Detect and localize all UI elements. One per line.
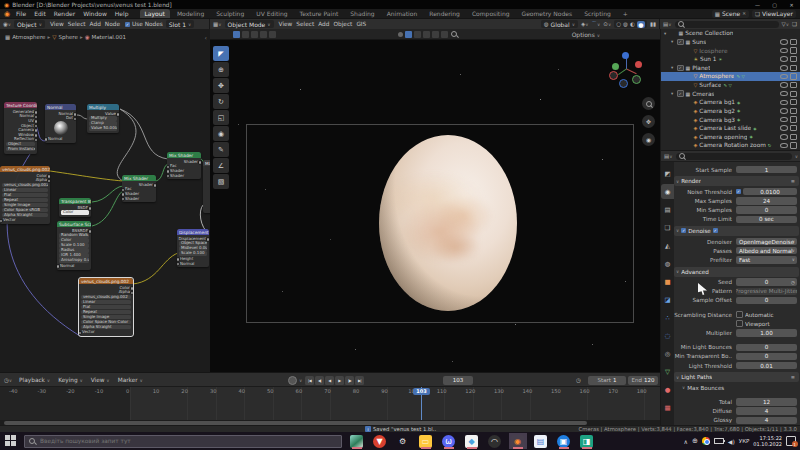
- node-widget[interactable]: IOR 1.400: [59, 253, 89, 257]
- outliner-row[interactable]: ▾ ✓ ◈ Camera bg1 ◈: [661, 98, 800, 107]
- workspace-tab[interactable]: Compositing: [467, 9, 515, 18]
- chevron-up-icon[interactable]: ∧: [684, 438, 688, 445]
- checkbox[interactable]: ✓: [713, 228, 718, 233]
- node-input-socket[interactable]: Vector: [0, 218, 50, 223]
- outliner-row[interactable]: ▾ ✓ ▽ Icosphere: [661, 46, 800, 55]
- properties-row[interactable]: ∨ ✓ Max Samples ✓ 24 ∨ ◷ ≡: [674, 196, 800, 205]
- toggle-icon[interactable]: [414, 31, 421, 38]
- hide-in-viewport-icon[interactable]: [780, 39, 788, 45]
- disable-in-renders-icon[interactable]: [790, 47, 798, 53]
- pause-render-button[interactable]: ▮▮: [650, 21, 656, 27]
- proportional-editing-icon[interactable]: ⊙∨: [603, 21, 611, 27]
- node-output-socket[interactable]: Displacement: [177, 236, 209, 241]
- properties-row[interactable]: ∨ ✓ Max Bounces ✓ ∨ ◷ ≡: [674, 383, 800, 392]
- editor-type-icon[interactable]: ◉∨: [3, 21, 11, 27]
- start-frame-field[interactable]: Start1: [588, 376, 626, 385]
- viewport-3d[interactable]: Options ∨ ◤⊕✥↻◱◉✎∠▧ ✥ ◉: [210, 29, 660, 372]
- tool-add-cube[interactable]: ▧: [213, 174, 229, 189]
- topbar-menu[interactable]: Help: [111, 10, 133, 17]
- workspace-tab[interactable]: Rendering: [424, 9, 465, 18]
- axis-z-negative-icon[interactable]: [619, 79, 628, 88]
- animate-property-icon[interactable]: ◷: [791, 280, 795, 285]
- battery-icon[interactable]: [714, 438, 724, 445]
- node-widget[interactable]: Repeat: [81, 310, 131, 314]
- toggle-icon[interactable]: [405, 31, 412, 38]
- topbar-menu[interactable]: File: [12, 10, 30, 17]
- use-nodes-toggle[interactable]: ✓ Use Nodes: [125, 21, 163, 27]
- node-output-socket[interactable]: BSSRDF: [57, 228, 91, 233]
- workspace-tab[interactable]: Texture Paint: [295, 9, 344, 18]
- disable-in-renders-icon[interactable]: [790, 108, 798, 114]
- property-value-field[interactable]: 1 ∨ ◷: [736, 166, 797, 173]
- tab-view-layer[interactable]: ❏: [661, 220, 674, 235]
- node-normal[interactable]: Normal NormalDot Normal: [45, 104, 76, 143]
- toggle-icon[interactable]: [441, 31, 448, 38]
- workspace-tab[interactable]: Shading: [345, 9, 379, 18]
- hide-in-viewport-icon[interactable]: [780, 125, 788, 131]
- play-button[interactable]: ▶: [335, 376, 344, 385]
- outliner-row[interactable]: ▾ ✓ ◈ Camera bg2 ◈: [661, 107, 800, 116]
- property-value-field[interactable]: 1.00 ∨ ◷: [736, 329, 797, 336]
- tab-material[interactable]: ●: [661, 382, 674, 397]
- workspace-tab[interactable]: Modeling: [172, 9, 209, 18]
- minimize-button[interactable]: —: [749, 0, 766, 9]
- node-widget[interactable]: Alpha Straight: [81, 325, 131, 329]
- node-mix-shader[interactable]: Mix Shader Shader FacShaderShader: [122, 175, 156, 202]
- end-frame-field[interactable]: End120: [628, 376, 658, 385]
- select-mode-icon[interactable]: [251, 31, 258, 38]
- outliner-display-dropdown[interactable]: ▤∨: [663, 21, 672, 27]
- node-widget[interactable]: venus_clouds.png.002: [81, 295, 131, 299]
- search-icon[interactable]: [451, 31, 457, 37]
- node-widget[interactable]: Repeat: [2, 198, 48, 202]
- properties-row[interactable]: ∨ ✓ Prefilter ✓ Fast ∨ ◷ ≡: [674, 255, 800, 264]
- pivot-point-dropdown[interactable]: ◈∨: [581, 21, 589, 27]
- maximize-button[interactable]: ▢: [766, 0, 783, 9]
- normal-sphere-widget[interactable]: [54, 121, 68, 135]
- tool-annotate[interactable]: ✎: [213, 142, 229, 157]
- viewport-menu[interactable]: View: [277, 21, 295, 27]
- zoom-icon[interactable]: [642, 97, 655, 110]
- property-value-field[interactable]: OpenImageDenoise ∨ ◷: [736, 238, 797, 245]
- hide-in-viewport-icon[interactable]: [780, 74, 788, 80]
- close-button[interactable]: ✕: [783, 0, 800, 9]
- properties-row[interactable]: ∨ ✓ Min Transparent Bo.. ✓ 0 ∨ ◷ ≡: [674, 352, 800, 361]
- app-settings[interactable]: ⚙: [394, 433, 412, 449]
- outliner-row[interactable]: ▾ ✓ ▦ Scene Collection: [661, 29, 800, 38]
- properties-row[interactable]: ∨ ✓ ✓ Viewport ∨ ◷ ≡: [674, 319, 800, 328]
- node-widget[interactable]: Random Walk: [59, 233, 89, 237]
- node-subsurface-scattering[interactable]: Subsurface Scattering BSSRDF Random Walk…: [57, 221, 91, 270]
- camera-view-icon[interactable]: ◉: [642, 133, 655, 146]
- node-widget[interactable]: Color: [59, 238, 89, 242]
- node-widget[interactable]: Scale 0.100: [59, 243, 89, 247]
- toggle-icon[interactable]: [398, 32, 403, 37]
- node-widget[interactable]: Single Image: [2, 203, 48, 207]
- editor-type-icon[interactable]: ▦∨: [213, 21, 222, 27]
- app-file-explorer[interactable]: ▭: [417, 433, 435, 449]
- app-pictures[interactable]: ◨: [578, 433, 596, 449]
- mode-dropdown[interactable]: Object Mode∨: [225, 20, 274, 28]
- auto-keying-icon[interactable]: [288, 376, 297, 385]
- app-photos[interactable]: ▣: [555, 433, 573, 449]
- node-widget[interactable]: Clamp: [89, 121, 117, 125]
- property-value-field[interactable]: Viewport ∨ ◷: [745, 320, 797, 327]
- section-menu-icon[interactable]: ≡: [791, 374, 795, 380]
- tool-transform[interactable]: ◉: [213, 126, 229, 141]
- expand-arrow-icon[interactable]: ▾: [671, 91, 675, 96]
- tab-render[interactable]: ◉: [661, 184, 674, 199]
- property-value-field[interactable]: Fast ∨ ◷: [736, 256, 797, 263]
- properties-row[interactable]: ∨ ✓ Pattern ✓ Progressive Multi-Jitter ∨…: [674, 287, 800, 296]
- collection-checkbox[interactable]: ✓: [677, 65, 684, 72]
- jump-to-end-button[interactable]: ▶|: [355, 376, 364, 385]
- workspace-tab[interactable]: UV Editing: [251, 9, 292, 18]
- workspace-tab[interactable]: Layout: [140, 9, 170, 18]
- hide-in-viewport-icon[interactable]: [780, 117, 788, 123]
- outliner-row[interactable]: ▾ ✓ ▽ Atmosphere ✎ ▽: [661, 72, 800, 81]
- property-value-field[interactable]: 0 ∨ ◷: [736, 344, 797, 351]
- app-document[interactable]: ▤: [532, 433, 550, 449]
- shader-menu[interactable]: Add: [88, 21, 103, 27]
- network-icon[interactable]: ⊕: [692, 437, 698, 445]
- node-mix-shader[interactable]: Mix Shader Shader FacShaderShader: [167, 152, 201, 179]
- tab-modifiers[interactable]: ◪: [661, 292, 674, 307]
- transform-orientation-dropdown[interactable]: ◍ Global∨: [541, 20, 578, 28]
- tab-output[interactable]: ▤: [661, 202, 674, 217]
